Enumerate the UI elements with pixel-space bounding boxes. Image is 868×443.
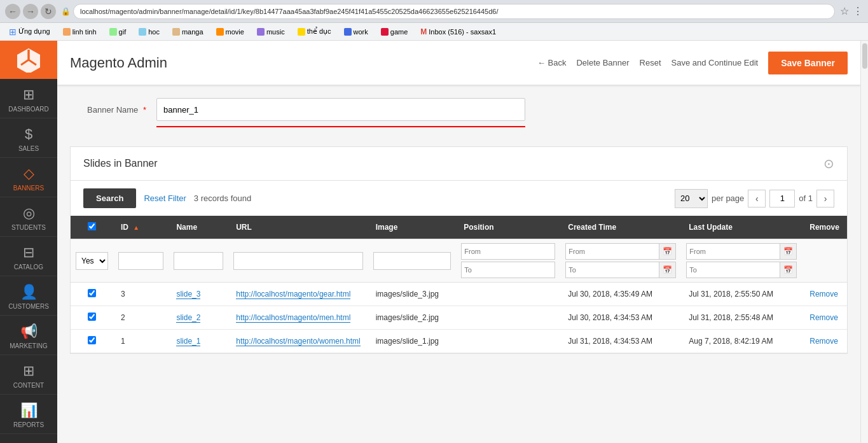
col-header-name[interactable]: Name bbox=[169, 216, 228, 239]
sidebar-item-banners[interactable]: ◇ BANNERS bbox=[0, 158, 57, 197]
col-header-id[interactable]: ID ▲ bbox=[113, 216, 169, 239]
address-bar[interactable]: localhost/magento/admin/banner/manage/de… bbox=[73, 4, 835, 19]
filter-update-to-input[interactable] bbox=[686, 262, 780, 278]
page-number-input[interactable] bbox=[769, 190, 795, 207]
row-url: http://localhost/magento/men.html bbox=[228, 306, 368, 330]
row-position bbox=[456, 306, 560, 330]
settings-icon[interactable]: ⋮ bbox=[853, 5, 863, 17]
row-name-link[interactable]: slide_1 bbox=[176, 337, 200, 346]
filter-position-from-input[interactable] bbox=[461, 243, 555, 260]
row-checkbox[interactable] bbox=[88, 289, 96, 297]
bookmark-gmail[interactable]: M Inbox (516) - saxsax1 bbox=[417, 26, 500, 38]
sidebar-item-sales[interactable]: $ SALES bbox=[0, 118, 57, 158]
sidebar-item-reports[interactable]: 📊 REPORTS bbox=[0, 395, 57, 434]
students-icon: ◎ bbox=[23, 205, 35, 222]
row-checkbox[interactable] bbox=[88, 336, 96, 344]
created-from-calendar-button[interactable]: 📅 bbox=[659, 243, 676, 260]
sales-icon: $ bbox=[25, 126, 32, 143]
refresh-button[interactable]: ↻ bbox=[41, 4, 56, 19]
collapse-button[interactable]: ⊙ bbox=[823, 156, 834, 171]
save-banner-button[interactable]: Save Banner bbox=[768, 52, 848, 74]
filter-image-input[interactable] bbox=[373, 252, 451, 270]
main-content: Magento Admin ← Back Delete Banner Reset… bbox=[57, 41, 860, 443]
customers-icon: 👤 bbox=[20, 284, 38, 300]
bookmark-manga[interactable]: manga bbox=[169, 27, 207, 37]
table-toolbar: Search Reset Filter 3 records found 20 5… bbox=[71, 181, 847, 216]
row-remove-link[interactable]: Remove bbox=[809, 313, 838, 322]
col-header-checkbox bbox=[71, 216, 113, 239]
back-button[interactable]: ← bbox=[5, 4, 20, 19]
app-layout: ⊞ DASHBOARD $ SALES ◇ BANNERS ◎ STUDENTS… bbox=[0, 41, 868, 443]
row-name-link[interactable]: slide_2 bbox=[176, 313, 200, 323]
delete-banner-link[interactable]: Delete Banner bbox=[576, 58, 629, 67]
sidebar-item-catalog[interactable]: ⊟ CATALOG bbox=[0, 237, 57, 276]
row-remove-link[interactable]: Remove bbox=[809, 290, 838, 299]
reset-filter-button[interactable]: Reset Filter bbox=[144, 188, 186, 208]
sidebar-item-students[interactable]: ◎ STUDENTS bbox=[0, 197, 57, 237]
search-button[interactable]: Search bbox=[83, 188, 136, 208]
row-url-link[interactable]: http://localhost/magento/gear.html bbox=[236, 290, 350, 299]
right-scrollbar[interactable] bbox=[860, 41, 868, 443]
sidebar-item-customers[interactable]: 👤 CUSTOMERS bbox=[0, 276, 57, 316]
save-continue-link[interactable]: Save and Continue Edit bbox=[672, 58, 759, 67]
row-name-link[interactable]: slide_3 bbox=[176, 290, 200, 299]
filter-position-to-input[interactable] bbox=[461, 262, 555, 278]
row-last-update: Jul 31, 2018, 2:55:50 AM bbox=[681, 283, 802, 306]
bookmark-linh-tinh[interactable]: linh tinh bbox=[59, 27, 100, 37]
sidebar-item-dashboard[interactable]: ⊞ DASHBOARD bbox=[0, 79, 57, 118]
section-title: Slides in Banner bbox=[83, 158, 158, 169]
update-from-calendar-button[interactable]: 📅 bbox=[780, 243, 797, 260]
bookmark-hoc[interactable]: hoc bbox=[135, 27, 163, 37]
filter-checkbox-select[interactable]: Yes No Any bbox=[76, 252, 108, 270]
banner-name-label: Banner Name * bbox=[70, 105, 146, 115]
filter-created-to-input[interactable] bbox=[565, 262, 659, 278]
row-checkbox[interactable] bbox=[88, 313, 96, 321]
created-to-calendar-button[interactable]: 📅 bbox=[659, 262, 676, 278]
table-filter-row: Yes No Any bbox=[71, 239, 847, 283]
bookmark-game[interactable]: game bbox=[377, 27, 412, 37]
bookmark-work[interactable]: work bbox=[340, 27, 372, 37]
col-header-created-time[interactable]: Created Time bbox=[560, 216, 681, 239]
per-page-select[interactable]: 20 50 100 bbox=[675, 189, 708, 208]
sidebar-item-content[interactable]: ⊞ CONTENT bbox=[0, 355, 57, 395]
table-row: 1 slide_1 http://localhost/magento/women… bbox=[71, 330, 847, 353]
row-created-time: Jul 31, 2018, 4:34:53 AM bbox=[560, 330, 681, 353]
filter-name-input[interactable] bbox=[174, 252, 223, 270]
scrollbar-thumb[interactable] bbox=[862, 43, 867, 69]
row-remove-link[interactable]: Remove bbox=[809, 337, 838, 346]
row-created-time: Jul 30, 2018, 4:34:53 AM bbox=[560, 306, 681, 330]
col-header-url[interactable]: URL bbox=[228, 216, 368, 239]
bookmark-the-duc[interactable]: thể dục bbox=[294, 26, 335, 37]
filter-url-input[interactable] bbox=[233, 252, 362, 270]
bookmark-apps[interactable]: ⊞ Ứng dụng bbox=[5, 25, 54, 38]
sidebar: ⊞ DASHBOARD $ SALES ◇ BANNERS ◎ STUDENTS… bbox=[0, 41, 57, 443]
marketing-icon: 📢 bbox=[20, 323, 38, 340]
col-header-image[interactable]: Image bbox=[368, 216, 457, 239]
row-url-link[interactable]: http://localhost/magento/women.html bbox=[236, 337, 360, 346]
filter-created-from-input[interactable] bbox=[565, 243, 659, 260]
back-link[interactable]: ← Back bbox=[537, 58, 567, 67]
filter-update-from-input[interactable] bbox=[686, 243, 780, 260]
sidebar-item-marketing[interactable]: 📢 MARKETING bbox=[0, 316, 57, 355]
browser-nav-buttons[interactable]: ← → ↻ bbox=[5, 4, 56, 19]
update-to-calendar-button[interactable]: 📅 bbox=[780, 262, 797, 278]
row-image: images/slide_2.jpg bbox=[368, 306, 457, 330]
forward-button[interactable]: → bbox=[23, 4, 38, 19]
filter-created-cell: 📅 📅 bbox=[560, 239, 681, 283]
pagination: 20 50 100 per page ‹ of 1 › bbox=[675, 189, 834, 208]
banner-name-input[interactable] bbox=[156, 98, 525, 121]
banner-name-row: Banner Name * bbox=[70, 98, 848, 121]
filter-id-input[interactable] bbox=[118, 252, 163, 270]
reset-link[interactable]: Reset bbox=[640, 58, 661, 67]
next-page-button[interactable]: › bbox=[816, 190, 834, 207]
bookmark-music[interactable]: music bbox=[253, 27, 289, 37]
col-header-last-update[interactable]: Last Update bbox=[681, 216, 802, 239]
sidebar-logo[interactable] bbox=[0, 41, 57, 79]
row-url-link[interactable]: http://localhost/magento/men.html bbox=[236, 313, 350, 323]
bookmark-movie[interactable]: movie bbox=[212, 27, 248, 37]
bookmark-gif[interactable]: gif bbox=[106, 27, 130, 37]
table-header-row: ID ▲ Name URL Image bbox=[71, 216, 847, 239]
select-all-checkbox[interactable] bbox=[88, 222, 96, 230]
col-header-position[interactable]: Position bbox=[456, 216, 560, 239]
prev-page-button[interactable]: ‹ bbox=[748, 190, 766, 207]
